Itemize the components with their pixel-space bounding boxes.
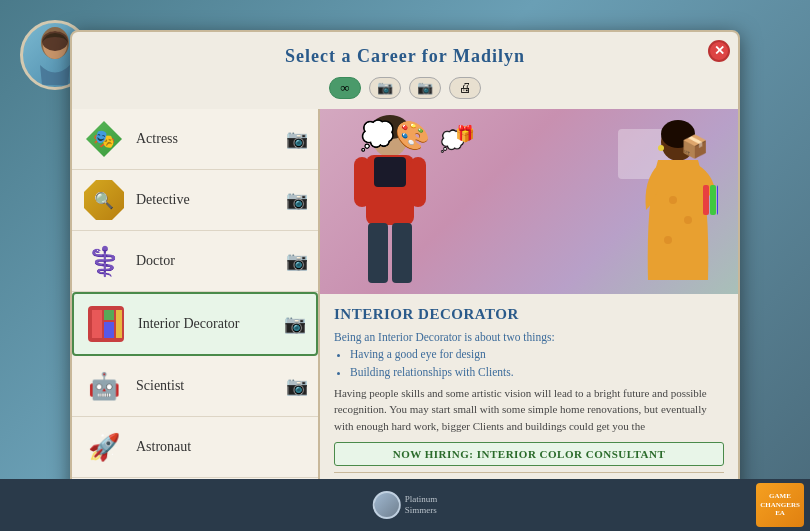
career-item-astronaut[interactable]: 🚀 Astronaut — [72, 417, 318, 478]
svg-point-18 — [658, 145, 664, 151]
career-image: 💭🎨 📦 💭 🎁 — [320, 109, 738, 294]
detective-label: Detective — [136, 192, 282, 208]
interior-decorator-icon — [84, 302, 128, 346]
printer-icon: 🖨 — [459, 80, 472, 96]
svg-rect-12 — [410, 157, 426, 207]
actress-label: Actress — [136, 131, 282, 147]
scientist-label: Scientist — [136, 378, 282, 394]
svg-rect-15 — [374, 157, 406, 187]
camera2-icon: 📷 — [417, 80, 433, 96]
doctor-icon: ⚕️ — [82, 239, 126, 283]
career-item-interior-decorator[interactable]: Interior Decorator 📷 — [72, 292, 318, 356]
scientist-icon: 🤖 — [82, 364, 126, 408]
interior-decorator-label: Interior Decorator — [138, 316, 280, 332]
camera1-icon: 📷 — [377, 80, 393, 96]
astronaut-label: Astronaut — [136, 439, 308, 455]
svg-rect-13 — [368, 223, 388, 283]
detective-extra-icon: 📷 — [286, 189, 308, 211]
filter-icons: ∞ 📷 📷 🖨 — [72, 73, 738, 109]
svg-rect-22 — [703, 185, 709, 215]
actress-extra-icon: 📷 — [286, 128, 308, 150]
filter-camera1[interactable]: 📷 — [369, 77, 401, 99]
modal-body: 🎭 Actress 📷 🔍 Detective 📷 ⚕️ Doctor 📷 — [72, 109, 738, 495]
thought-bubble: 💭🎨 — [360, 119, 430, 152]
career-bullet-2: Building relationships with Clients. — [350, 364, 724, 381]
close-button[interactable]: ✕ — [708, 40, 730, 62]
detective-icon: 🔍 — [82, 178, 126, 222]
career-select-modal: ✕ Select a Career for Madilyn ∞ 📷 📷 🖨 🎭 — [70, 30, 740, 500]
svg-rect-24 — [717, 185, 718, 215]
modal-title: Select a Career for Madilyn — [72, 32, 738, 73]
bottom-bar: PlatinumSimmers ✓ GAME CHANGERS EA — [0, 479, 810, 531]
interior-decorator-extra-icon: 📷 — [284, 313, 306, 335]
career-list: 🎭 Actress 📷 🔍 Detective 📷 ⚕️ Doctor 📷 — [72, 109, 320, 495]
astronaut-icon: 🚀 — [82, 425, 126, 469]
career-bullet-1: Having a good eye for design — [350, 346, 724, 363]
doctor-label: Doctor — [136, 253, 282, 269]
game-changers-logo: GAME CHANGERS EA — [756, 483, 804, 527]
platinum-simmers-brand: PlatinumSimmers — [373, 491, 438, 519]
actress-icon: 🎭 — [82, 117, 126, 161]
hiring-banner: Now Hiring: Interior Color Consultant — [334, 442, 724, 466]
career-details-text: Interior Decorator Being an Interior Dec… — [320, 294, 738, 495]
svg-rect-11 — [354, 157, 370, 207]
career-item-detective[interactable]: 🔍 Detective 📷 — [72, 170, 318, 231]
svg-point-19 — [669, 196, 677, 204]
scientist-extra-icon: 📷 — [286, 375, 308, 397]
career-detail: 💭🎨 📦 💭 🎁 Interior Decorator Being an Int… — [320, 109, 738, 495]
svg-point-21 — [664, 236, 672, 244]
filter-all[interactable]: ∞ — [329, 77, 361, 99]
platinum-simmers-text: PlatinumSimmers — [405, 494, 438, 516]
svg-rect-23 — [710, 185, 716, 215]
svg-rect-4 — [92, 310, 102, 338]
svg-rect-7 — [116, 310, 122, 338]
career-item-actress[interactable]: 🎭 Actress 📷 — [72, 109, 318, 170]
svg-point-20 — [684, 216, 692, 224]
career-detail-title: Interior Decorator — [334, 306, 724, 323]
svg-rect-5 — [104, 310, 114, 320]
career-body: Having people skills and some artistic v… — [334, 385, 724, 435]
svg-rect-14 — [392, 223, 412, 283]
filter-camera2[interactable]: 📷 — [409, 77, 441, 99]
career-item-scientist[interactable]: 🤖 Scientist 📷 — [72, 356, 318, 417]
infinity-icon: ∞ — [340, 80, 349, 96]
platinum-simmers-logo — [373, 491, 401, 519]
doctor-extra-icon: 📷 — [286, 250, 308, 272]
career-intro: Being an Interior Decorator is about two… — [334, 329, 724, 381]
filter-printer[interactable]: 🖨 — [449, 77, 481, 99]
svg-rect-6 — [104, 322, 114, 338]
career-item-doctor[interactable]: ⚕️ Doctor 📷 — [72, 231, 318, 292]
